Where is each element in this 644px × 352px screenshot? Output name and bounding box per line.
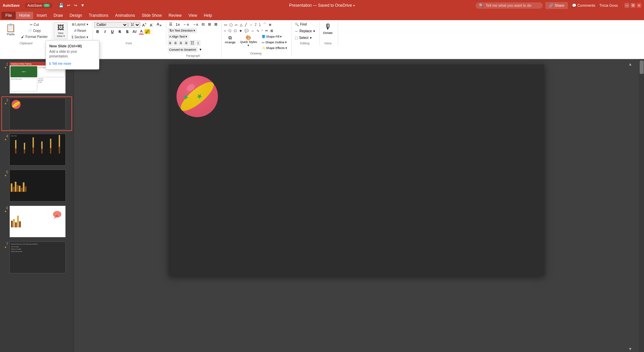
align-text-button[interactable]: ≡ Align Text ▾ [168, 34, 189, 39]
shape-freeform[interactable]: ⌒ [262, 21, 267, 28]
share-button[interactable]: 🔗 Share [545, 2, 568, 9]
shape-more[interactable]: ⊕ [268, 22, 272, 27]
shape-rounded-rect[interactable]: ▢ [228, 22, 233, 27]
layout-button[interactable]: ⊞ Layout ▾ [70, 21, 90, 27]
menu-design[interactable]: Design [66, 12, 85, 19]
font-size-select[interactable]: 10 12 14 18 24 [128, 22, 140, 28]
shape-connector2[interactable]: ⤵ [258, 22, 262, 27]
minimize-button[interactable]: ─ [625, 3, 629, 8]
menu-help[interactable]: Help [201, 12, 216, 19]
autosave-toggle[interactable]: AutoSave On [25, 3, 52, 8]
font-shrink-button[interactable]: A- [149, 21, 155, 28]
shape-oval[interactable]: ○ [223, 28, 227, 33]
quick-styles-button[interactable]: 🎨 Quick Styles ▾ [238, 34, 259, 51]
justify-button[interactable]: ≡ [184, 40, 189, 46]
shape-arrow[interactable]: → [248, 22, 254, 27]
menu-draw[interactable]: Draw [50, 12, 66, 19]
copy-button[interactable]: 📄 Copy [19, 28, 49, 34]
new-slide-button[interactable]: 🖼 New Slide ▾ [54, 22, 68, 39]
col-layout-left-button[interactable]: ⊟ [200, 21, 206, 27]
menu-slideshow[interactable]: Slide Show [138, 12, 165, 19]
shape-outline-button[interactable]: ▭ Shape Outline ▾ [260, 40, 289, 45]
shape-parallelogram[interactable]: ▱ [234, 22, 238, 27]
shape-rect[interactable]: ▭ [223, 22, 228, 27]
slide-canvas[interactable]: ★ ★ [169, 64, 544, 276]
shape-arc[interactable]: ◜ [261, 28, 264, 33]
font-color-button[interactable]: A [139, 29, 144, 35]
section-button[interactable]: § Section ▾ [70, 34, 90, 40]
shadow-button[interactable]: S [124, 29, 130, 35]
shape-effects-button[interactable]: ✨ Shape Effects ▾ [260, 45, 289, 51]
align-center-button[interactable]: ≡ [173, 40, 178, 46]
save-button[interactable]: 💾 [58, 2, 65, 8]
slide-thumb-7[interactable]: 7 ★ Special thanks go to the following i… [1, 240, 72, 275]
clear-formatting-button[interactable]: A✕ [155, 21, 163, 28]
menu-review[interactable]: Review [165, 12, 185, 19]
slide-thumb-4[interactable]: 4 ★ Chart Title [1, 132, 72, 167]
undo-button[interactable]: ↩ [66, 2, 71, 8]
italic-button[interactable]: I [102, 29, 108, 35]
smartart-dropdown[interactable]: ▾ [198, 47, 203, 52]
font-name-select[interactable]: Calibri Arial Times New Roman [94, 22, 128, 28]
arrange-button[interactable]: ⧉ Arrange [223, 34, 237, 51]
highlight-button[interactable]: 🖊 [145, 29, 150, 34]
restore-button[interactable]: ⧉ [631, 3, 635, 8]
shape-callout[interactable]: 💬 [244, 28, 250, 33]
cut-button[interactable]: ✂ Cut [19, 22, 49, 28]
char-spacing-button[interactable]: AV [131, 29, 138, 34]
col-layout-right-button[interactable]: ⊞ [207, 21, 212, 27]
menu-insert[interactable]: Insert [33, 12, 50, 19]
strikethrough-button[interactable]: S [116, 29, 123, 35]
format-painter-button[interactable]: 🖌 Format Painter [19, 34, 49, 40]
slide-thumb-6[interactable]: 6 ★ ↗ [1, 204, 72, 239]
shape-fill-button[interactable]: 🪣 Shape Fill ▾ [260, 34, 289, 39]
menu-animations[interactable]: Animations [112, 12, 138, 19]
decrease-indent-button[interactable]: ←≡ [182, 22, 190, 27]
text-direction-button[interactable]: ⇅A Text Direction ▾ [168, 28, 197, 33]
line-spacing-button[interactable]: ↕ [196, 40, 201, 46]
close-button[interactable]: ✕ [637, 3, 641, 8]
shape-line[interactable]: ╱ [244, 22, 248, 27]
shape-connector[interactable]: ⤴ [254, 22, 258, 27]
shape-pen[interactable]: ✏ [264, 28, 269, 33]
bold-button[interactable]: B [94, 29, 101, 35]
shape-hexagon[interactable]: ⬡ [233, 28, 238, 33]
right-scrollbar[interactable] [639, 59, 644, 352]
paste-button[interactable]: 📋 Paste [3, 21, 19, 40]
comments-button[interactable]: 💬 Comments [571, 2, 597, 9]
scroll-up-button[interactable]: ▲ [628, 62, 632, 67]
align-left-button[interactable]: ≡ [168, 40, 173, 46]
tooltip-link[interactable]: ℹ Tell me more [49, 61, 96, 66]
shape-double-arrow[interactable]: ↔ [250, 28, 255, 33]
scroll-down-button[interactable]: ▼ [628, 347, 632, 351]
increase-indent-button[interactable]: →≡ [191, 22, 200, 27]
menu-file[interactable]: File [1, 12, 16, 19]
convert-smartart-button[interactable]: Convert to SmartArt [168, 47, 198, 52]
numbering-button[interactable]: 1≡ [174, 22, 181, 27]
menu-view[interactable]: View [185, 12, 201, 19]
shape-more2[interactable]: ⊞ [269, 28, 274, 33]
shape-star[interactable]: ★ [238, 28, 243, 33]
find-button[interactable]: 🔍 Find [293, 21, 317, 27]
menu-transitions[interactable]: Transitions [86, 12, 112, 19]
slide-thumb-3[interactable]: 3 ★ ★ ★ [1, 96, 72, 131]
align-right-button[interactable]: ≡ [178, 40, 183, 46]
slide-panel[interactable]: 2 ★ Employee Safety Training SAFE! Find … [0, 59, 74, 352]
shape-triangle[interactable]: △ [239, 22, 244, 27]
replace-button[interactable]: ↔ Replace ▾ [293, 28, 317, 34]
menu-home[interactable]: Home [16, 12, 33, 19]
redo-button[interactable]: ↪ [73, 2, 78, 8]
reset-button[interactable]: ↺ Reset [70, 28, 90, 34]
bullets-button[interactable]: ☰ [168, 21, 174, 27]
columns-button[interactable]: ☷ [189, 40, 196, 46]
select-button[interactable]: ⬚ Select ▾ [293, 35, 317, 41]
shape-pentagon[interactable]: ⬠ [227, 28, 232, 33]
quick-access-customize[interactable]: ▼ [79, 2, 86, 8]
shape-curve[interactable]: ∿ [256, 28, 260, 33]
tell-me-search[interactable]: 🔍 Tell me what you want to do [476, 2, 543, 9]
font-grow-button[interactable]: A+ [141, 21, 148, 28]
slide-thumb-5[interactable]: 5 ★ [1, 168, 72, 203]
underline-button[interactable]: U [109, 29, 116, 35]
scrollbar-thumb[interactable] [640, 60, 644, 74]
dictate-button[interactable]: 🎙 Dictate [321, 21, 335, 36]
